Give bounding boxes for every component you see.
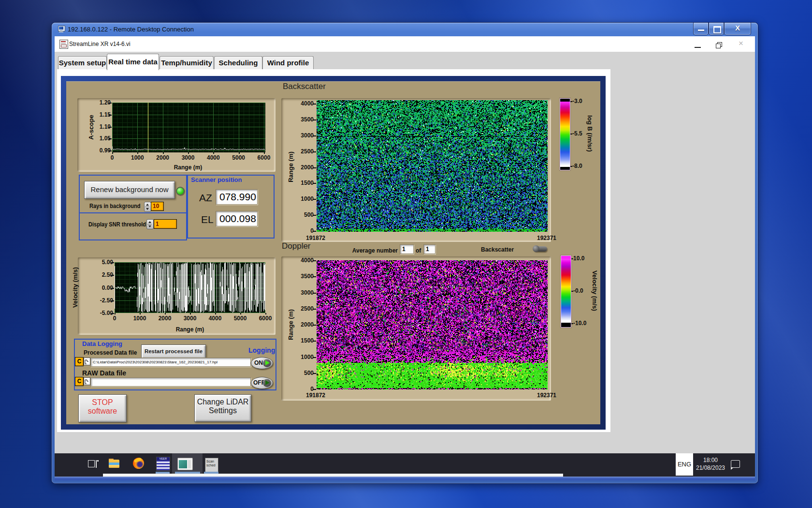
tab-temp-humidity[interactable]: Temp/humidity [160,56,214,69]
tick-mark [313,120,316,120]
doppler-ylabel: Range (m) [287,309,294,340]
y-tick-label: 4000 [301,257,314,264]
backscatter-ylabel: Range (m) [287,151,294,182]
background-led [176,187,185,195]
velocity-plot [115,262,265,313]
rdp-window: 192.168.0.122 - Remote Desktop Connectio… [52,23,758,483]
backscatter-xmin: 191872 [306,235,325,241]
processed-path-type-icon [84,358,90,365]
tick-mark [109,103,112,104]
tab-strip: System setupReal time dataTemp/humidityS… [55,52,755,69]
x-tick-label: 0 [113,315,116,322]
veer-app-icon[interactable]: VEER [156,457,170,471]
app-minimize-button[interactable] [695,47,701,48]
tick-mark [111,300,114,301]
average-number-field[interactable]: 1 [400,244,414,254]
tick-mark [213,152,214,154]
tick-mark [215,313,216,314]
rdp-close-button[interactable]: X [724,23,751,35]
processed-drive-selector[interactable]: C [75,357,84,366]
tab-real-time-data[interactable]: Real time data [107,54,159,70]
logging-label: Logging [248,346,275,354]
clock-date[interactable]: 21/08/2023 [693,464,728,471]
x-tick-label: 3000 [182,154,195,161]
x-tick-label: 5000 [234,315,247,322]
rdp-icon [58,26,65,32]
rdp-minimize-button[interactable] [693,23,709,35]
tick-mark [570,166,572,167]
y-tick-label: 2000 [301,321,314,328]
raw-data-file-label: RAW Data file [82,369,126,377]
tick-mark [112,152,113,154]
tick-mark [163,152,164,154]
raw-path-field[interactable] [90,377,251,387]
rays-spinner[interactable] [144,202,151,212]
notification-center-icon[interactable] [731,460,740,468]
tick-mark [137,152,138,154]
tick-mark [313,215,316,216]
el-value-field: 000.098 [216,211,258,226]
tick-mark [313,135,316,136]
snr-value[interactable]: 1 [154,219,177,229]
processed-data-file-label: Processed Data file [84,349,137,356]
tick-mark [571,258,573,259]
rays-label: Rays in background [89,203,141,209]
ascope-plot [112,103,265,152]
tab-system-setup[interactable]: System setup [58,56,107,69]
tick-mark [264,152,265,154]
colorbar-tick-label: -10.0 [573,320,586,327]
tick-mark [313,357,316,358]
backscatter-colorbar-label: log B (/m/sr) [586,115,594,152]
x-tick-label: 4000 [207,154,220,161]
stop-software-button[interactable]: STOP software [78,394,127,422]
backscatter-toggle[interactable] [534,246,547,252]
y-tick-label: 3000 [301,289,314,296]
snr-spinner[interactable] [146,219,154,229]
tick-mark [313,183,316,184]
renew-background-button[interactable]: Renew background now [84,181,175,199]
tick-mark [109,150,112,151]
data-logging-title: Data Logging [82,340,122,347]
firefox-icon[interactable] [133,458,144,469]
tick-mark [313,151,316,152]
colorbar-tick-label: -5.5 [572,130,582,137]
tab-wind-profile[interactable]: Wind profile [262,56,314,69]
raw-logging-off-button[interactable]: OFF [251,377,273,389]
tick-mark [313,373,316,374]
ascope-xlabel: Range (m) [174,164,203,171]
raw-drive-selector[interactable]: C [75,377,84,386]
processed-logging-on-button[interactable]: ON [251,357,273,369]
tick-mark [239,152,240,154]
tick-mark [109,115,112,116]
tick-mark [165,313,166,314]
clock-time[interactable]: 18:00 [696,457,725,463]
tick-mark [313,260,316,261]
scan-scheduler-icon[interactable]: Scan sched [205,458,218,472]
tick-mark [109,127,112,128]
tick-mark [111,313,114,314]
raw-path-type-icon [84,377,90,385]
change-lidar-settings-button[interactable]: Change LiDAR Settings [194,394,251,422]
x-tick-label: 5000 [232,154,245,161]
ascope-ylabel: A-scope [87,115,95,139]
language-indicator[interactable]: ENG [676,453,693,476]
colorbar-tick-label: -3.0 [572,98,582,105]
restart-processed-file-button[interactable]: Restart processed file [141,344,206,359]
rays-value[interactable]: 10 [151,202,164,211]
app-restore-button[interactable] [716,42,723,48]
tab-scheduling[interactable]: Scheduling [214,56,262,69]
tab-label: Scheduling [215,59,262,67]
streamline-app-icon[interactable] [178,458,192,470]
desktop-background: 192.168.0.122 - Remote Desktop Connectio… [0,0,812,508]
app-close-button[interactable]: × [736,39,746,48]
scanner-position-box [187,175,275,239]
processed-path-field[interactable]: C:\Lidar\Data\Proc\2023\202308\20230821\… [90,358,251,367]
task-view-icon[interactable] [88,459,98,468]
tick-mark [111,262,114,263]
file-explorer-icon[interactable] [109,459,119,468]
rdp-maximize-button[interactable] [709,23,724,35]
y-tick-label: 1000 [301,354,314,360]
of-value-field: 1 [423,244,435,254]
tick-mark [571,323,573,324]
main-panel: A-scope Range (m) Renew background now R… [61,76,606,430]
